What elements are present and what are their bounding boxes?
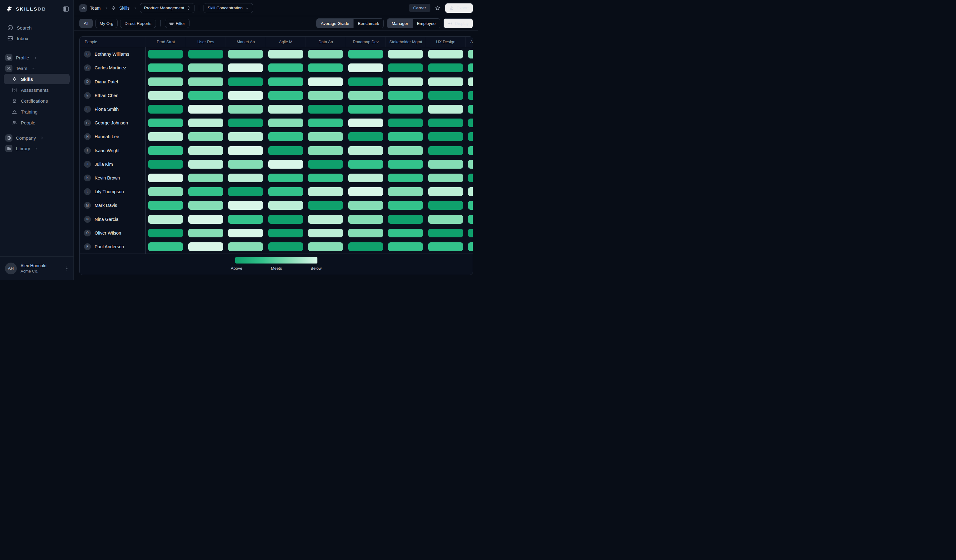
skill-grade-bar[interactable] [268, 146, 303, 155]
skill-grade-bar[interactable] [188, 201, 223, 210]
skill-grade-bar[interactable] [148, 215, 183, 224]
skill-grade-bar[interactable] [268, 119, 303, 127]
skill-grade-bar[interactable] [348, 160, 383, 169]
skill-grade-bar[interactable] [148, 119, 183, 127]
column-header-stakeholder-mgmt[interactable]: Stakeholder Mgmt [385, 37, 426, 47]
skill-grade-bar[interactable] [148, 242, 183, 251]
skill-grade-bar[interactable] [388, 215, 423, 224]
sidebar-item-library[interactable]: Library [0, 143, 74, 154]
skill-grade-bar[interactable] [468, 132, 473, 141]
table-row[interactable]: FFiona Smith [80, 102, 473, 116]
skill-grade-bar[interactable] [388, 160, 423, 169]
grade-toggle-benchmark[interactable]: Benchmark [354, 19, 384, 28]
skill-grade-bar[interactable] [388, 91, 423, 100]
skill-grade-bar[interactable] [388, 50, 423, 58]
skill-grade-bar[interactable] [268, 91, 303, 100]
skill-grade-bar[interactable] [228, 146, 263, 155]
skill-grade-bar[interactable] [468, 119, 473, 127]
breadcrumb-skills[interactable]: Skills [119, 6, 129, 11]
skill-grade-bar[interactable] [188, 105, 223, 114]
table-row[interactable]: PPaul Anderson [80, 240, 473, 254]
table-row[interactable]: OOliver Wilson [80, 226, 473, 240]
column-header-prod-strat[interactable]: Prod Strat [146, 37, 186, 47]
skill-grade-bar[interactable] [348, 201, 383, 210]
sidebar-item-profile[interactable]: Profile [0, 52, 74, 63]
skill-grade-bar[interactable] [228, 215, 263, 224]
skill-grade-bar[interactable] [468, 242, 473, 251]
skill-grade-bar[interactable] [228, 242, 263, 251]
table-row[interactable]: IIsaac Wright [80, 143, 473, 157]
skill-grade-bar[interactable] [148, 63, 183, 72]
skill-grade-bar[interactable] [348, 229, 383, 237]
skill-grade-bar[interactable] [188, 119, 223, 127]
skill-grade-bar[interactable] [228, 187, 263, 196]
skill-grade-bar[interactable] [388, 187, 423, 196]
skill-grade-bar[interactable] [228, 201, 263, 210]
skill-grade-bar[interactable] [308, 132, 343, 141]
table-row[interactable]: LLily Thompson [80, 185, 473, 199]
skill-grade-bar[interactable] [228, 91, 263, 100]
skill-grade-bar[interactable] [148, 187, 183, 196]
role-toggle-manager[interactable]: Manager [387, 19, 412, 28]
skill-grade-bar[interactable] [348, 242, 383, 251]
kebab-menu-icon[interactable] [65, 266, 69, 271]
skill-grade-bar[interactable] [468, 63, 473, 72]
table-row[interactable]: CCarlos Martinez [80, 61, 473, 75]
column-header-a[interactable]: A [465, 37, 473, 47]
skill-grade-bar[interactable] [188, 242, 223, 251]
export-button[interactable]: Export [445, 3, 473, 13]
skill-grade-bar[interactable] [268, 63, 303, 72]
skill-grade-bar[interactable] [188, 146, 223, 155]
filter-button[interactable]: Filter [165, 19, 190, 28]
skill-grade-bar[interactable] [148, 91, 183, 100]
skill-grade-bar[interactable] [188, 215, 223, 224]
skill-grade-bar[interactable] [188, 229, 223, 237]
view-mode-dropdown[interactable]: Skill Concentration [203, 3, 253, 13]
skill-grade-bar[interactable] [148, 174, 183, 182]
skill-grade-bar[interactable] [308, 242, 343, 251]
table-row[interactable]: KKevin Brown [80, 171, 473, 185]
skill-grade-bar[interactable] [468, 77, 473, 86]
skill-grade-bar[interactable] [268, 242, 303, 251]
skill-grade-bar[interactable] [468, 160, 473, 169]
skill-grade-bar[interactable] [428, 132, 463, 141]
category-dropdown[interactable]: Product Management [140, 3, 195, 13]
sidebar-item-skills[interactable]: Skills [4, 74, 70, 84]
skill-grade-bar[interactable] [348, 105, 383, 114]
scope-tab-my-org[interactable]: My Org [95, 19, 118, 28]
skill-grade-bar[interactable] [228, 132, 263, 141]
skill-grade-bar[interactable] [308, 201, 343, 210]
skill-grade-bar[interactable] [148, 77, 183, 86]
skill-grade-bar[interactable] [308, 187, 343, 196]
breadcrumb-team[interactable]: Team [90, 6, 101, 11]
star-icon[interactable] [435, 5, 441, 11]
sidebar-item-search[interactable]: Search [0, 22, 74, 33]
skill-grade-bar[interactable] [188, 174, 223, 182]
skill-grade-bar[interactable] [388, 132, 423, 141]
skill-grade-bar[interactable] [388, 119, 423, 127]
skill-grade-bar[interactable] [468, 174, 473, 182]
skill-grade-bar[interactable] [228, 174, 263, 182]
skill-grade-bar[interactable] [468, 187, 473, 196]
sidebar-item-inbox[interactable]: Inbox [0, 33, 74, 44]
skill-grade-bar[interactable] [428, 119, 463, 127]
skill-grade-bar[interactable] [148, 105, 183, 114]
display-button[interactable]: Display [443, 18, 473, 28]
skill-grade-bar[interactable] [388, 105, 423, 114]
skill-grade-bar[interactable] [228, 63, 263, 72]
skill-grade-bar[interactable] [308, 50, 343, 58]
skill-grade-bar[interactable] [428, 215, 463, 224]
sidebar-item-certifications[interactable]: Certifications [4, 96, 70, 106]
skill-grade-bar[interactable] [228, 105, 263, 114]
skill-grade-bar[interactable] [428, 91, 463, 100]
skill-grade-bar[interactable] [268, 132, 303, 141]
column-header-ux-design[interactable]: UX Design [426, 37, 466, 47]
table-row[interactable]: JJulia Kim [80, 157, 473, 171]
column-header-roadmap-dev[interactable]: Roadmap Dev [346, 37, 386, 47]
skill-grade-bar[interactable] [468, 50, 473, 58]
table-row[interactable]: MMark Davis [80, 199, 473, 212]
sidebar-item-people[interactable]: People [4, 117, 70, 128]
skill-grade-bar[interactable] [148, 201, 183, 210]
skill-grade-bar[interactable] [468, 105, 473, 114]
skill-grade-bar[interactable] [428, 50, 463, 58]
